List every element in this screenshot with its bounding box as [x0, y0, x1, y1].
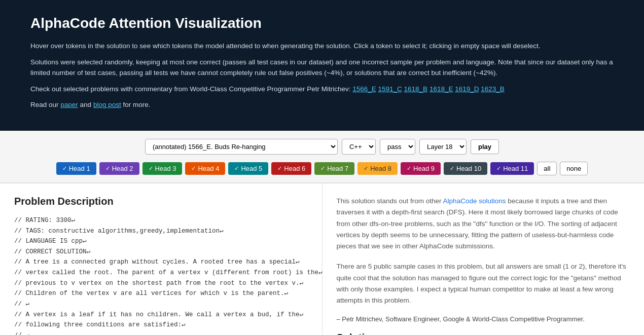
head-2-button[interactable]: ✓ Head 2	[99, 162, 139, 175]
header-desc2: Solutions were selected randomly, keepin…	[30, 57, 614, 79]
none-button[interactable]: none	[560, 162, 588, 175]
code-line-8: // Children of the vertex v are all vert…	[14, 288, 308, 299]
head-4-label: Head 4	[198, 165, 219, 172]
alphacode-link[interactable]: AlphaCode solutions	[443, 197, 506, 205]
head-9-label: Head 9	[413, 165, 435, 172]
head-10-label: Head 10	[456, 165, 481, 172]
head-7-button[interactable]: ✓ Head 7	[314, 162, 354, 175]
head-1-label: Head 1	[69, 165, 90, 172]
head-4-check: ✓	[191, 165, 196, 172]
head-5-button[interactable]: ✓ Head 5	[228, 162, 268, 175]
head-5-label: Head 5	[241, 165, 262, 172]
problem-description-title: Problem Description	[14, 196, 308, 207]
code-line-9: // ↵	[14, 299, 308, 310]
lang-select[interactable]: C++	[342, 139, 376, 155]
head-9-check: ✓	[407, 165, 411, 172]
header-desc4: Read our paper and blog post for more.	[30, 99, 614, 110]
controls-row: (annotated) 1566_E. Buds Re-hanging C++ …	[0, 139, 644, 155]
code-line-4: // CORRECT SOLUTION↵	[14, 247, 308, 257]
all-button[interactable]: all	[537, 162, 557, 175]
problem-code-block: // RATING: 3300↵ // TAGS: constructive a…	[14, 215, 308, 335]
play-button[interactable]: play	[471, 139, 499, 154]
desc4-suffix: for more.	[123, 101, 150, 108]
attribution: – Petr Mitrichev, Software Engineer, Goo…	[337, 315, 630, 323]
code-line-6: // vertex called the root. The parent of…	[14, 268, 308, 278]
head-3-button[interactable]: ✓ Head 3	[142, 162, 183, 175]
head-4-button[interactable]: ✓ Head 4	[185, 162, 225, 175]
header-desc3-prefix: Check out selected problems with comment…	[30, 85, 352, 93]
head-11-check: ✓	[496, 165, 501, 172]
head-6-label: Head 6	[284, 165, 305, 172]
solution-title: Solution	[337, 332, 630, 335]
code-line-12: // ↵	[14, 330, 308, 335]
head-8-button[interactable]: ✓ Head 8	[357, 162, 398, 175]
head-2-check: ✓	[105, 165, 110, 172]
link-1566e[interactable]: 1566_E	[352, 85, 376, 93]
head-3-check: ✓	[149, 165, 153, 172]
layer-select[interactable]: Layer 18	[419, 139, 467, 155]
code-line-2: // TAGS: constructive algorithms,greedy,…	[14, 226, 308, 237]
commentary-2: There are 5 public sample cases in this …	[337, 261, 630, 306]
link-1591c[interactable]: 1591_C	[378, 85, 402, 93]
header-desc1: Hover over tokens in the solution to see…	[30, 41, 614, 52]
head-9-button[interactable]: ✓ Head 9	[401, 162, 441, 175]
code-line-1: // RATING: 3300↵	[14, 215, 308, 226]
head-6-button[interactable]: ✓ Head 6	[271, 162, 311, 175]
head-10-button[interactable]: ✓ Head 10	[444, 162, 487, 175]
head-6-check: ✓	[277, 165, 282, 172]
header-desc3: Check out selected problems with comment…	[30, 84, 614, 95]
link-1618b[interactable]: 1618_B	[404, 85, 428, 93]
head-2-label: Head 2	[112, 165, 133, 172]
head-8-label: Head 8	[370, 165, 391, 172]
and-text: and	[80, 101, 93, 108]
head-7-check: ✓	[320, 165, 325, 172]
header-desc4-prefix: Read our	[30, 101, 60, 108]
left-panel: Problem Description // RATING: 3300↵ // …	[0, 183, 323, 335]
header-section: AlphaCode Attention Visualization Hover …	[0, 0, 644, 131]
commentary-1: This solution stands out from other Alph…	[337, 196, 630, 252]
link-1618e[interactable]: 1618_E	[430, 85, 453, 93]
problem-select[interactable]: (annotated) 1566_E. Buds Re-hanging	[145, 139, 338, 155]
code-line-3: // LANGUAGE IS cpp↵	[14, 236, 308, 247]
code-line-10: // A vertex is a leaf if it has no child…	[14, 310, 308, 320]
head-5-check: ✓	[234, 165, 239, 172]
head-1-button[interactable]: ✓ Head 1	[56, 162, 96, 175]
head-1-check: ✓	[62, 165, 67, 172]
page-title: AlphaCode Attention Visualization	[30, 15, 614, 31]
blog-link[interactable]: blog post	[93, 101, 121, 108]
link-1619d[interactable]: 1619_D	[455, 85, 479, 93]
right-panel: This solution stands out from other Alph…	[323, 183, 645, 335]
heads-row: ✓ Head 1 ✓ Head 2 ✓ Head 3 ✓ Head 4 ✓ He…	[0, 162, 644, 175]
code-line-7: // previous to v vertex on the shortest …	[14, 278, 308, 289]
pass-select[interactable]: pass	[380, 139, 415, 155]
head-8-check: ✓	[364, 165, 368, 172]
head-10-check: ✓	[450, 165, 454, 172]
head-11-button[interactable]: ✓ Head 11	[490, 162, 534, 175]
main-content: Problem Description // RATING: 3300↵ // …	[0, 183, 644, 335]
link-1623b[interactable]: 1623_B	[481, 85, 505, 93]
head-3-label: Head 3	[155, 165, 176, 172]
code-line-5: // A tree is a connected graph without c…	[14, 257, 308, 268]
paper-link[interactable]: paper	[60, 101, 78, 108]
head-7-label: Head 7	[327, 165, 348, 172]
head-11-label: Head 11	[503, 165, 528, 172]
code-line-11: // following three conditions are satisf…	[14, 320, 308, 330]
controls-section: (annotated) 1566_E. Buds Re-hanging C++ …	[0, 131, 644, 183]
